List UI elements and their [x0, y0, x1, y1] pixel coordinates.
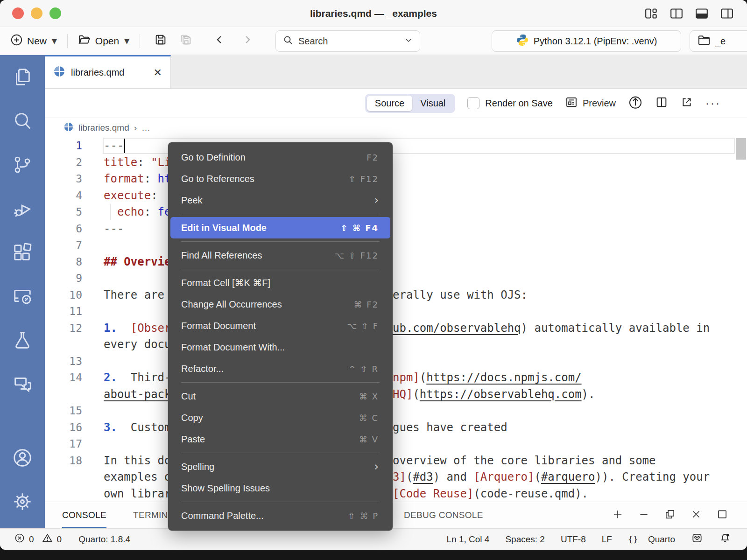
back-button[interactable]: [213, 33, 226, 49]
menu-item-show-spelling-issues[interactable]: Show Spelling Issues: [168, 477, 393, 499]
menu-item-edit-in-visual-mode[interactable]: Edit in Visual Mode⇧ ⌘ F4: [170, 217, 390, 238]
menu-item-format-document[interactable]: Format Document⌥ ⇧ F: [168, 315, 393, 336]
menu-item-find-all-references[interactable]: Find All References⌥ ⇧ F12: [168, 245, 393, 266]
submenu-chevron-icon: ›: [374, 460, 379, 473]
feedback-smiley-icon[interactable]: [691, 532, 703, 546]
menu-separator: [181, 269, 380, 269]
close-tab-icon[interactable]: ✕: [154, 67, 162, 78]
panel-restore-icon[interactable]: [664, 508, 676, 522]
menu-item-peek[interactable]: Peek›: [168, 189, 393, 211]
account-button[interactable]: [0, 436, 45, 480]
code-token: #d3: [413, 470, 433, 483]
code-token: [Code Reuse]: [393, 487, 473, 500]
panel-plus-icon[interactable]: [612, 508, 624, 522]
quarto-version[interactable]: Quarto: 1.8.4: [78, 534, 130, 545]
code-line: 15: [45, 403, 747, 420]
forward-button[interactable]: [241, 33, 254, 49]
error-icon: [14, 532, 25, 546]
workspace-folder-button[interactable]: _e: [690, 30, 747, 52]
eol-sequence[interactable]: LF: [602, 534, 612, 545]
panel-layout-icon[interactable]: [716, 508, 728, 522]
menu-item-format-cell-k-f[interactable]: Format Cell [⌘K ⌘F]: [168, 272, 393, 294]
sidebar-item-extensions[interactable]: [0, 231, 45, 274]
toggle-primary-sidebar-icon[interactable]: [669, 7, 684, 20]
menu-item-label: Spelling: [181, 462, 374, 472]
panel-minimize-icon[interactable]: [638, 508, 650, 522]
code-line: 2title: "Li: [45, 154, 747, 171]
panel-tab-console[interactable]: CONSOLE: [62, 502, 106, 528]
split-editor-icon[interactable]: [655, 96, 668, 111]
sidebar-item-search[interactable]: [0, 99, 45, 143]
code-token: overview of the core libraries and some: [393, 454, 656, 467]
search-input[interactable]: Search: [275, 30, 420, 52]
menu-item-go-to-definition[interactable]: Go to DefinitionF2: [168, 147, 393, 168]
code-token: ) automatically available in: [521, 322, 710, 335]
menu-item-format-document-with[interactable]: Format Document With...: [168, 336, 393, 358]
cursor-position[interactable]: Ln 1, Col 4: [447, 534, 490, 545]
new-button[interactable]: New ▼: [10, 34, 57, 49]
save-button[interactable]: [154, 33, 167, 49]
source-visual-toggle: Source Visual: [365, 94, 456, 113]
code-text: There are: [82, 287, 171, 304]
code-token: [117, 421, 131, 434]
code-token: :: [144, 172, 158, 185]
code-text: format: ht: [82, 171, 171, 188]
menu-item-cut[interactable]: Cut⌘ X: [168, 385, 393, 407]
menu-item-paste[interactable]: Paste⌘ V: [168, 428, 393, 450]
interpreter-selector[interactable]: Python 3.12.1 (PipEnv: .venv): [492, 30, 681, 52]
sidebar-item-source-control[interactable]: [0, 143, 45, 187]
menu-item-label: Go to Definition: [181, 152, 366, 163]
indentation[interactable]: Spaces: 2: [505, 534, 545, 545]
code-token: (: [534, 470, 541, 483]
toggle-panel-icon[interactable]: [695, 7, 709, 20]
line-number: [45, 486, 82, 502]
code-text-right: [Code Reuse](code-reuse.qmd).: [393, 486, 588, 502]
quarto-file-icon: [53, 65, 65, 80]
settings-button[interactable]: [0, 480, 45, 524]
new-label: New: [27, 35, 47, 47]
menu-item-change-all-occurrences[interactable]: Change All Occurrences⌘ F2: [168, 294, 393, 315]
line-number: 15: [45, 403, 82, 420]
open-in-new-window-icon[interactable]: [680, 96, 693, 111]
preview-button[interactable]: Preview: [565, 96, 616, 111]
more-actions-icon[interactable]: ···: [705, 97, 721, 110]
sidebar-item-explorer[interactable]: [0, 55, 45, 99]
menu-item-copy[interactable]: Copy⌘ C: [168, 407, 393, 428]
menu-item-go-to-references[interactable]: Go to References⇧ F12: [168, 168, 393, 189]
code-token: ## Overvie: [104, 255, 171, 268]
breadcrumb-more[interactable]: …: [141, 123, 150, 133]
encoding[interactable]: UTF-8: [561, 534, 586, 545]
code-token: :: [137, 156, 151, 169]
code-text: title: "Li: [82, 154, 171, 171]
code-token: :: [144, 205, 158, 218]
panel-close-icon[interactable]: [690, 508, 702, 522]
line-number: 17: [45, 436, 82, 453]
open-button[interactable]: Open ▼: [78, 34, 129, 48]
render-document-icon[interactable]: [628, 95, 643, 112]
sidebar-item-run-debug[interactable]: [0, 187, 45, 231]
sidebar-item-testing[interactable]: [0, 318, 45, 362]
toggle-secondary-sidebar-icon[interactable]: [720, 7, 734, 20]
language-mode[interactable]: {} Quarto: [628, 534, 675, 545]
save-all-button[interactable]: [179, 33, 192, 49]
tab-libraries-qmd[interactable]: libraries.qmd ✕: [45, 55, 171, 88]
code-token: gues have created: [393, 421, 507, 434]
menu-item-refactor[interactable]: Refactor...^ ⇧ R: [168, 358, 393, 379]
render-on-save-checkbox[interactable]: [467, 97, 479, 109]
menu-item-command-palette[interactable]: Command Palette...⇧ ⌘ P: [168, 505, 393, 526]
menu-item-spelling[interactable]: Spelling›: [168, 456, 393, 477]
problems-indicator[interactable]: 0 0: [14, 532, 62, 546]
notifications-bell-icon[interactable]: [719, 532, 731, 546]
customize-layout-icon[interactable]: [644, 7, 658, 20]
sidebar-item-comments[interactable]: [0, 362, 45, 406]
window-title: libraries.qmd — _examples: [0, 8, 747, 19]
source-mode-button[interactable]: Source: [367, 96, 412, 111]
breadcrumb-file[interactable]: libraries.qmd: [78, 123, 129, 133]
menu-item-label: Show Spelling Issues: [181, 483, 379, 494]
sidebar-item-sessions[interactable]: [0, 274, 45, 318]
code-text: [82, 436, 104, 453]
menu-item-shortcut: F2: [366, 153, 379, 162]
panel-tab-debug-console[interactable]: DEBUG CONSOLE: [404, 502, 483, 528]
editor-code-area[interactable]: 1---2title: "Li3format: ht4execute:5 ech…: [45, 138, 747, 502]
visual-mode-button[interactable]: Visual: [412, 96, 453, 111]
